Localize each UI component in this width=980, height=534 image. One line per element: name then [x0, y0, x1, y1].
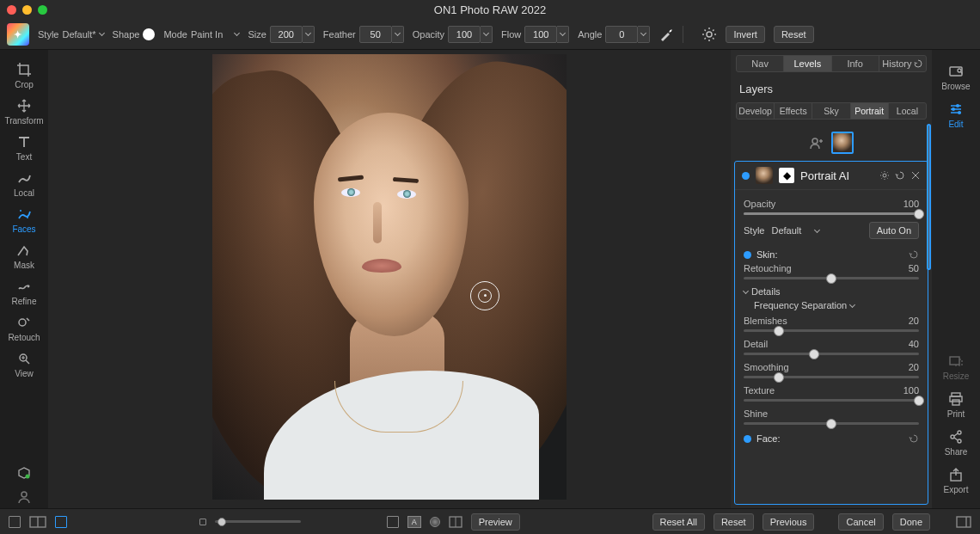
gear-icon[interactable]	[701, 27, 717, 42]
style-dropdown[interactable]: Default*	[62, 29, 103, 40]
tool-text[interactable]: Text	[3, 131, 46, 165]
window-close-icon[interactable]	[7, 5, 16, 15]
opacity-slider[interactable]	[744, 212, 919, 215]
flow-label: Flow	[501, 29, 521, 40]
face-thumbnail[interactable]	[831, 132, 854, 154]
face-reset-icon[interactable]	[909, 433, 919, 444]
blemishes-slider[interactable]	[744, 329, 919, 332]
filter-enable-toggle[interactable]	[742, 172, 750, 180]
filter-reset-icon[interactable]	[895, 170, 905, 181]
view-compare-icon[interactable]	[29, 516, 46, 528]
zoom-slider[interactable]	[215, 520, 301, 523]
view-fill-icon[interactable]	[55, 516, 67, 528]
photo-preview	[212, 54, 567, 500]
reset-all-button[interactable]: Reset All	[652, 513, 705, 531]
freqsep-dropdown[interactable]: Frequency Separation	[754, 300, 919, 310]
cancel-button[interactable]: Cancel	[838, 513, 883, 531]
footer-reset-button[interactable]: Reset	[714, 513, 754, 531]
auto-on-button[interactable]: Auto On	[869, 222, 919, 239]
texture-slider[interactable]	[744, 399, 919, 402]
opacity-input[interactable]: 100	[448, 26, 481, 43]
zoom-fit-icon[interactable]	[199, 519, 206, 525]
tool-refine[interactable]: Refine	[3, 275, 46, 310]
view-single-icon[interactable]	[9, 516, 21, 528]
add-face-icon[interactable]	[809, 135, 824, 150]
titlebar: ON1 Photo RAW 2022	[0, 0, 980, 19]
tab-sky[interactable]: Sky	[812, 103, 849, 119]
panel-style-dropdown[interactable]: Default	[771, 225, 819, 236]
tool-view[interactable]: View	[3, 347, 46, 382]
svg-point-16	[958, 111, 961, 114]
tab-develop[interactable]: Develop	[737, 103, 774, 119]
retouching-slider[interactable]	[744, 277, 919, 279]
tab-history[interactable]: History	[879, 56, 926, 71]
skin-enable-toggle[interactable]	[744, 251, 751, 259]
module-share[interactable]: Share	[934, 426, 977, 460]
opacity-step-icon[interactable]	[481, 26, 493, 43]
mask-view-circle-icon[interactable]	[430, 517, 440, 527]
tab-levels[interactable]: Levels	[783, 56, 830, 71]
face-enable-toggle[interactable]	[744, 435, 751, 443]
mode-dropdown[interactable]: Paint In	[191, 29, 239, 40]
shine-slider[interactable]	[744, 422, 919, 425]
app-logo-icon[interactable]: ✦	[7, 23, 29, 46]
mask-preview-icon[interactable]: ◆	[779, 168, 794, 183]
detail-slider[interactable]	[744, 353, 919, 355]
filter-close-icon[interactable]	[910, 170, 921, 181]
previous-button[interactable]: Previous	[763, 513, 815, 531]
mask-view-grayscale-icon[interactable]	[449, 516, 462, 528]
angle-step-icon[interactable]	[638, 26, 650, 43]
svg-point-1	[670, 30, 671, 32]
preview-button[interactable]: Preview	[471, 513, 520, 531]
tool-retouch[interactable]: Retouch	[3, 311, 46, 346]
feather-input[interactable]: 50	[359, 26, 392, 43]
panel-collapse-icon[interactable]	[956, 516, 971, 528]
flow-input[interactable]: 100	[524, 26, 557, 43]
filter-gear-icon[interactable]	[879, 170, 890, 181]
module-print[interactable]: Print	[934, 388, 977, 422]
size-step-icon[interactable]	[303, 26, 315, 43]
window-minimize-icon[interactable]	[22, 5, 32, 15]
tool-user[interactable]	[3, 486, 46, 508]
feather-step-icon[interactable]	[392, 26, 404, 43]
opacity-label: Opacity	[413, 29, 444, 40]
tab-nav[interactable]: Nav	[737, 56, 783, 71]
module-export[interactable]: Export	[934, 463, 977, 498]
mask-view-a-icon[interactable]: A	[407, 516, 421, 528]
window-zoom-icon[interactable]	[38, 5, 47, 15]
panel-scrollbar[interactable]	[927, 98, 931, 501]
module-browse[interactable]: Browse	[934, 60, 977, 95]
mask-view-none-icon[interactable]	[387, 516, 399, 528]
invert-button[interactable]: Invert	[726, 26, 765, 43]
size-input[interactable]: 200	[270, 26, 303, 43]
module-edit[interactable]: Edit	[934, 98, 977, 132]
details-toggle[interactable]: Details	[744, 286, 919, 297]
tab-effects[interactable]: Effects	[774, 103, 812, 119]
svg-rect-28	[957, 517, 971, 527]
done-button[interactable]: Done	[892, 513, 930, 531]
tool-transform[interactable]: Transform	[3, 95, 46, 129]
tool-local[interactable]: Local	[3, 167, 46, 201]
tool-faces[interactable]: Faces	[3, 203, 46, 237]
shape-picker[interactable]	[143, 28, 155, 40]
nav-tabs[interactable]: Nav Levels Info History	[736, 55, 927, 72]
module-tabs[interactable]: Develop Effects Sky Portrait Local	[736, 102, 927, 120]
tab-local[interactable]: Local	[888, 103, 926, 119]
reset-button[interactable]: Reset	[774, 26, 814, 43]
module-resize[interactable]: Resize	[934, 350, 977, 384]
mode-label: Mode	[163, 29, 187, 40]
smoothing-slider[interactable]	[744, 376, 919, 378]
tab-info[interactable]: Info	[831, 56, 879, 71]
angle-input[interactable]: 0	[605, 26, 638, 43]
canvas[interactable]	[48, 50, 731, 508]
tool-tag[interactable]	[3, 462, 46, 484]
svg-point-10	[812, 138, 818, 144]
tab-portrait[interactable]: Portrait	[850, 103, 888, 119]
svg-point-13	[958, 69, 961, 72]
tool-crop[interactable]: Crop	[3, 58, 46, 93]
face-mini-thumb-icon[interactable]	[756, 167, 773, 184]
brush-icon[interactable]	[658, 27, 674, 42]
tool-mask[interactable]: Mask	[3, 239, 46, 273]
flow-step-icon[interactable]	[557, 26, 569, 43]
skin-reset-icon[interactable]	[909, 249, 919, 260]
